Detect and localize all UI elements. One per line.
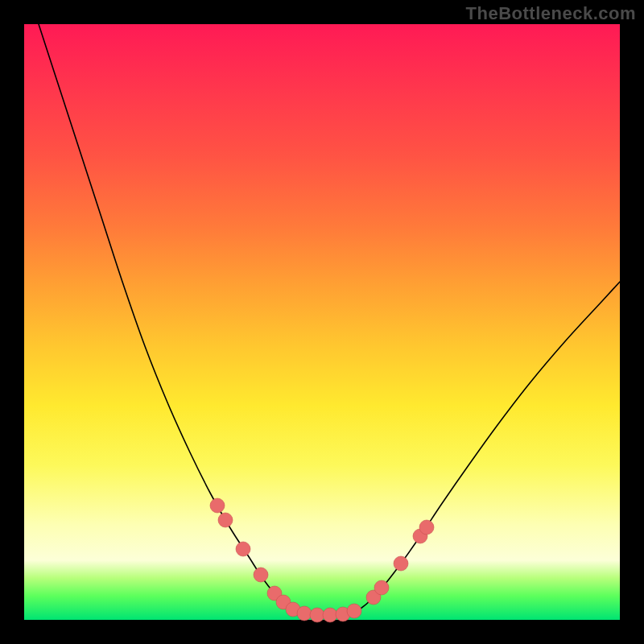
data-point (297, 606, 312, 621)
bottleneck-curve (39, 24, 620, 616)
data-point (210, 498, 225, 513)
data-point (374, 580, 389, 595)
data-point (236, 542, 250, 556)
data-point (419, 520, 434, 535)
curve-layer (24, 24, 620, 620)
data-point (310, 608, 324, 622)
data-point (347, 604, 361, 618)
data-point (394, 556, 408, 571)
watermark-text: TheBottleneck.com (466, 3, 636, 24)
data-point (323, 608, 337, 622)
data-point (254, 568, 268, 582)
data-point (218, 513, 233, 527)
chart-frame: TheBottleneck.com (0, 0, 644, 644)
plot-area (24, 24, 620, 620)
